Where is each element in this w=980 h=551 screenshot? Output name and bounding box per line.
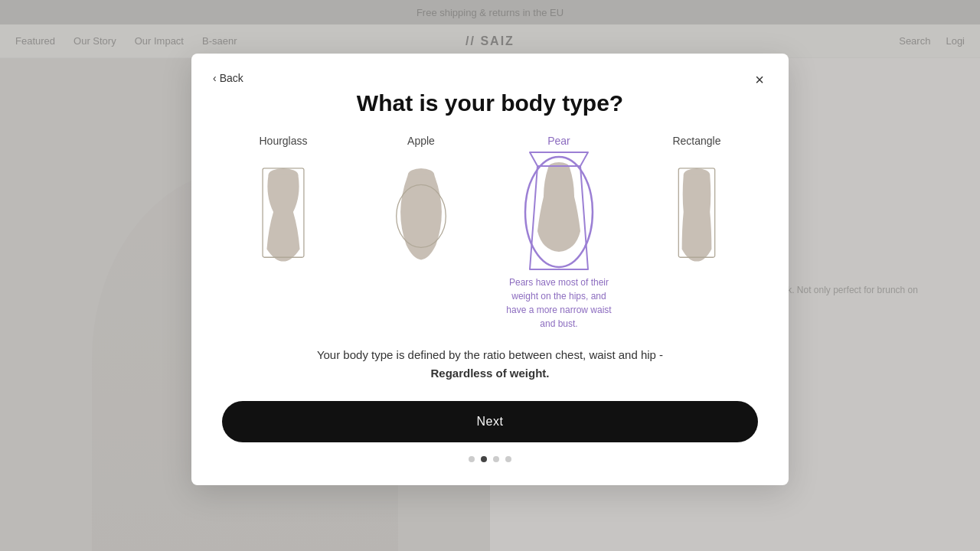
chevron-left-icon: ‹ — [213, 72, 217, 84]
rectangle-figure — [651, 155, 743, 269]
dot-3 — [493, 456, 499, 462]
apple-label: Apple — [407, 135, 435, 147]
body-type-rectangle[interactable]: Rectangle — [635, 135, 758, 331]
info-line1: Your body type is defined by the ratio b… — [317, 348, 663, 361]
pear-label: Pear — [547, 135, 570, 147]
rectangle-label: Rectangle — [672, 135, 720, 147]
apple-figure — [375, 155, 467, 269]
pear-description: Pears have most of their weight on the h… — [505, 276, 612, 331]
dot-1 — [469, 456, 475, 462]
body-type-apple[interactable]: Apple — [360, 135, 482, 331]
dot-4 — [505, 456, 511, 462]
body-type-hourglass[interactable]: Hourglass — [222, 135, 345, 331]
info-line2: Regardless of weight. — [430, 367, 549, 380]
close-icon: × — [755, 71, 764, 89]
next-button[interactable]: Next — [222, 401, 758, 442]
body-info-text: Your body type is defined by the ratio b… — [222, 346, 758, 383]
dot-2 — [481, 456, 487, 462]
close-button[interactable]: × — [749, 69, 770, 90]
back-button[interactable]: ‹ Back — [213, 72, 243, 84]
hourglass-figure — [237, 155, 329, 269]
modal-title: What is your body type? — [222, 90, 758, 116]
back-label: Back — [220, 72, 243, 84]
pear-figure — [513, 155, 605, 269]
pagination-dots — [222, 456, 758, 462]
body-type-options: Hourglass Apple — [222, 135, 758, 331]
hourglass-label: Hourglass — [259, 135, 307, 147]
body-type-pear[interactable]: Pear — [498, 135, 620, 331]
body-type-modal: ‹ Back × What is your body type? Hourgla… — [191, 54, 789, 485]
modal-backdrop: ‹ Back × What is your body type? Hourgla… — [0, 0, 980, 551]
